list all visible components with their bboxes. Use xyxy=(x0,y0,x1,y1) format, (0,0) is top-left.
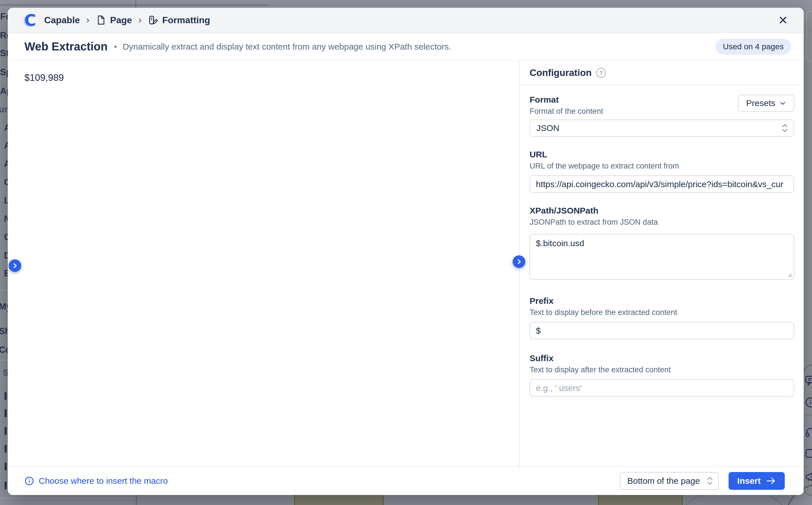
page-icon xyxy=(96,15,106,25)
configuration-panel: Configuration ? Format Format of the con… xyxy=(519,61,804,466)
macro-preview-pane: $109,989 xyxy=(8,61,519,466)
megaphone-icon xyxy=(805,471,812,483)
screen: Fo Re Sta Sp Ap ur A A A C L N C D E My … xyxy=(0,0,812,505)
presets-button-label: Presets xyxy=(746,98,775,108)
format-select-value: JSON xyxy=(536,123,559,133)
backdrop-panel-border xyxy=(136,495,137,505)
breadcrumb: C Capable › Page › Formatting xyxy=(24,12,210,28)
backdrop-text-fragment: ur xyxy=(0,104,8,115)
macro-description: Dynamically extract and display text con… xyxy=(123,42,715,51)
configuration-form: Format Format of the content Presets JSO… xyxy=(520,85,804,397)
insert-location-hint-link[interactable]: Choose where to insert the macro xyxy=(24,476,168,486)
backdrop-table-cell xyxy=(598,495,683,505)
url-help-text: URL of the webpage to extract content fr… xyxy=(530,161,794,171)
chevron-right-icon: › xyxy=(138,14,141,25)
dialog-footer: Choose where to insert the macro Bottom … xyxy=(8,466,804,495)
suffix-field: Suffix Text to display after the extract… xyxy=(530,353,794,397)
backdrop-table-border xyxy=(0,5,269,5)
close-icon xyxy=(778,15,788,25)
toolbar-divider xyxy=(805,415,812,415)
insert-location-hint-label: Choose where to insert the macro xyxy=(39,476,168,486)
configuration-heading: Configuration xyxy=(530,67,591,78)
insert-position-select[interactable]: Bottom of the page xyxy=(620,472,719,490)
backdrop-table-cell xyxy=(294,495,384,505)
format-help-text: Format of the content xyxy=(530,107,603,116)
insert-position-value: Bottom of the page xyxy=(627,476,700,486)
backdrop-divider xyxy=(0,360,8,361)
suffix-input[interactable] xyxy=(530,379,794,397)
suffix-label: Suffix xyxy=(530,353,794,363)
dialog-title-row: Web Extraction • Dynamically extract and… xyxy=(8,33,804,61)
comment-icon xyxy=(805,375,812,386)
backdrop-panel-border xyxy=(0,498,136,498)
breadcrumb-page[interactable]: Page xyxy=(110,15,132,25)
xpath-help-text: JSONPath to extract from JSON data xyxy=(530,217,794,227)
dialog-header: C Capable › Page › Formatting xyxy=(8,8,804,33)
formatting-icon xyxy=(148,15,158,25)
preview-extracted-value: $109,989 xyxy=(24,72,519,83)
url-field: URL URL of the webpage to extract conten… xyxy=(530,149,794,193)
arrow-right-icon xyxy=(766,477,776,485)
format-field: Format Format of the content Presets JSO… xyxy=(530,95,794,137)
backdrop-text-fragment xyxy=(5,409,7,417)
resize-handle-icon[interactable] xyxy=(786,272,792,278)
headphones-icon xyxy=(805,427,812,438)
info-icon xyxy=(805,397,812,408)
xpath-field: XPath/JSONPath JSONPath to extract from … xyxy=(530,205,794,280)
prefix-field: Prefix Text to display before the extrac… xyxy=(530,296,794,339)
macro-editor-dialog: C Capable › Page › Formatting Web Extrac… xyxy=(8,8,804,495)
panel-icon xyxy=(805,448,812,459)
presets-button[interactable]: Presets xyxy=(738,95,794,112)
close-button[interactable] xyxy=(775,12,791,28)
backdrop-text-fragment xyxy=(5,463,7,470)
backdrop-text-fragment xyxy=(5,427,7,435)
select-carets-icon xyxy=(781,123,789,133)
expand-left-panel-button[interactable] xyxy=(9,260,21,272)
title-separator-dot: • xyxy=(114,42,117,51)
breadcrumb-app[interactable]: Capable xyxy=(44,15,80,25)
chevron-down-icon xyxy=(779,100,786,107)
url-label: URL xyxy=(530,149,794,160)
select-carets-icon xyxy=(706,476,714,486)
info-icon xyxy=(24,476,34,486)
prefix-input[interactable] xyxy=(530,322,794,339)
backdrop-text-fragment xyxy=(5,445,7,453)
backdrop-table-border xyxy=(135,0,136,8)
chevron-right-icon xyxy=(12,263,18,269)
help-icon[interactable]: ? xyxy=(596,68,606,78)
url-input[interactable] xyxy=(530,175,794,193)
dialog-content: $109,989 Configuration ? Format Format o… xyxy=(8,61,804,466)
backdrop-text-fragment xyxy=(5,392,7,400)
xpath-textarea[interactable]: $.bitcoin.usd xyxy=(530,234,794,280)
suffix-help-text: Text to display after the extracted cont… xyxy=(530,365,794,375)
expand-config-panel-button[interactable] xyxy=(513,256,525,268)
configuration-header: Configuration ? xyxy=(520,61,804,85)
chevron-right-icon xyxy=(516,259,522,265)
prefix-help-text: Text to display before the extracted con… xyxy=(530,308,794,317)
format-label: Format xyxy=(530,95,603,105)
breadcrumb-macro[interactable]: Formatting xyxy=(162,15,210,25)
format-select[interactable]: JSON xyxy=(530,120,794,137)
capable-logo-icon: C xyxy=(24,12,36,28)
backdrop-divider xyxy=(0,290,8,291)
backdrop-panel-corner xyxy=(806,11,812,62)
chevron-right-icon: › xyxy=(86,14,90,25)
usage-badge: Used on 4 pages xyxy=(715,39,791,55)
insert-button[interactable]: Insert xyxy=(728,472,785,490)
macro-title: Web Extraction xyxy=(24,40,108,53)
backdrop-text-fragment xyxy=(5,482,7,489)
insert-button-label: Insert xyxy=(737,476,761,486)
prefix-label: Prefix xyxy=(530,296,794,306)
xpath-label: XPath/JSONPath xyxy=(530,205,794,216)
